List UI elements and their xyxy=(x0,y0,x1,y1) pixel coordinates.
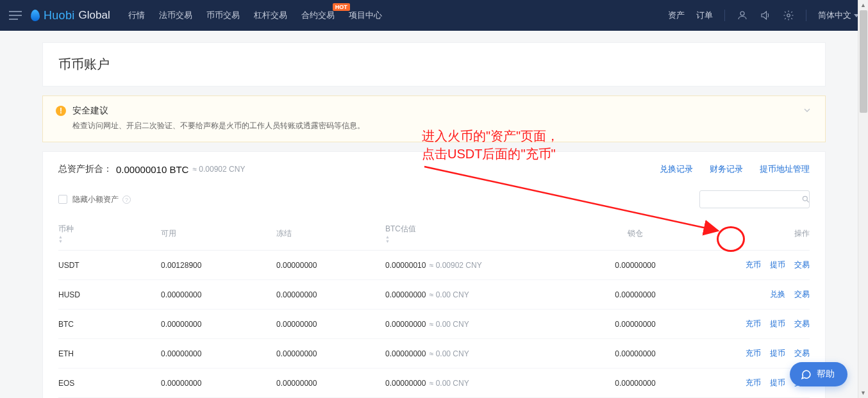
col-frozen: 冻结 xyxy=(276,228,385,239)
panel-link[interactable]: 财务记录 xyxy=(710,163,743,175)
op-link[interactable]: 提币 xyxy=(770,260,785,270)
cell-frozen: 0.00000000 xyxy=(276,320,385,329)
total-cny: ≈ 0.00902 CNY xyxy=(192,165,245,174)
nav-orders[interactable]: 订单 xyxy=(696,10,713,21)
help-button[interactable]: 帮助 xyxy=(790,362,847,386)
nav-item[interactable]: 合约交易HOT xyxy=(301,10,335,21)
security-banner: ! 安全建议 检查访问网址、开启二次验证、不要给声称是火币的工作人员转账或透露密… xyxy=(42,95,826,142)
scroll-down-icon[interactable]: ▼ xyxy=(858,388,868,398)
warning-icon: ! xyxy=(56,106,66,116)
nav-item[interactable]: 项目中心 xyxy=(349,10,382,21)
op-link[interactable]: 提币 xyxy=(770,348,785,359)
op-link[interactable]: 充币 xyxy=(746,260,761,270)
col-lock: 锁仓 xyxy=(578,228,693,239)
table-header: 币种▲▼ 可用 冻结 BTC估值▲▼ 锁仓 操作 xyxy=(58,217,810,251)
cell-available: 0.00000000 xyxy=(161,379,276,388)
cell-lock: 0.00000000 xyxy=(578,379,693,388)
op-link[interactable]: 充币 xyxy=(746,319,761,329)
search-icon[interactable] xyxy=(801,195,810,204)
user-icon[interactable] xyxy=(737,10,748,21)
cell-btc-value: 0.00000010 ≈ 0.00902 CNY xyxy=(385,261,578,270)
search-box[interactable] xyxy=(699,190,810,208)
sort-icon: ▲▼ xyxy=(58,235,161,244)
op-link[interactable]: 交易 xyxy=(794,260,810,270)
cell-btc-value: 0.00000000 ≈ 0.00 CNY xyxy=(385,349,578,358)
cell-frozen: 0.00000000 xyxy=(276,349,385,358)
cell-available: 0.00000000 xyxy=(161,320,276,329)
col-coin[interactable]: 币种▲▼ xyxy=(58,224,161,244)
table-row: EOS0.000000000.000000000.00000000 ≈ 0.00… xyxy=(58,369,810,398)
logo[interactable]: Huobi Global xyxy=(31,9,110,22)
op-link[interactable]: 提币 xyxy=(770,319,785,329)
warning-title: 安全建议 xyxy=(72,105,365,117)
svg-point-2 xyxy=(803,196,807,201)
nav-item[interactable]: 杠杆交易 xyxy=(254,10,287,21)
cell-coin: HUSD xyxy=(58,290,161,299)
brand-secondary: Global xyxy=(79,9,110,22)
hot-badge: HOT xyxy=(333,3,350,11)
scrollbar[interactable]: ▲ ▼ xyxy=(858,0,868,398)
language-selector[interactable]: 简体中文 xyxy=(818,10,859,21)
cell-frozen: 0.00000000 xyxy=(276,261,385,270)
total-btc: 0.00000010 BTC xyxy=(116,164,188,175)
svg-line-3 xyxy=(807,201,809,203)
col-btc-value[interactable]: BTC估值▲▼ xyxy=(385,224,578,244)
nav-item[interactable]: 法币交易 xyxy=(159,10,192,21)
cell-operations: 充币提币交易 xyxy=(693,348,810,359)
gear-icon[interactable] xyxy=(783,10,794,21)
cell-coin: USDT xyxy=(58,261,161,270)
cell-coin: EOS xyxy=(58,379,161,388)
scroll-thumb[interactable] xyxy=(860,10,867,113)
cell-lock: 0.00000000 xyxy=(578,261,693,270)
cell-operations: 充币提币交易 xyxy=(693,260,810,270)
search-input[interactable] xyxy=(705,195,801,204)
nav-assets[interactable]: 资产 xyxy=(668,10,685,21)
cell-coin: BTC xyxy=(58,320,161,329)
op-link[interactable]: 提币 xyxy=(770,377,785,388)
panel-link[interactable]: 兑换记录 xyxy=(660,163,693,175)
hide-small-checkbox[interactable] xyxy=(58,195,67,204)
cell-btc-value: 0.00000000 ≈ 0.00 CNY xyxy=(385,320,578,329)
main-nav: 行情法币交易币币交易杠杆交易合约交易HOT项目中心 xyxy=(128,10,382,21)
cell-lock: 0.00000000 xyxy=(578,290,693,299)
cell-btc-value: 0.00000000 ≈ 0.00 CNY xyxy=(385,290,578,299)
sound-icon[interactable] xyxy=(760,10,771,21)
cell-frozen: 0.00000000 xyxy=(276,290,385,299)
right-nav: 资产 订单 简体中文 xyxy=(668,10,859,21)
op-link[interactable]: 充币 xyxy=(746,348,761,359)
col-available: 可用 xyxy=(161,228,276,239)
cell-available: 0.00000000 xyxy=(161,290,276,299)
op-link[interactable]: 交易 xyxy=(794,319,810,329)
nav-item[interactable]: 行情 xyxy=(128,10,145,21)
op-link[interactable]: 兑换 xyxy=(770,289,785,300)
info-icon[interactable]: ? xyxy=(122,195,131,204)
cell-available: 0.00000000 xyxy=(161,349,276,358)
warning-desc: 检查访问网址、开启二次验证、不要给声称是火币的工作人员转账或透露密码等信息。 xyxy=(72,120,365,131)
help-label: 帮助 xyxy=(817,369,835,380)
svg-point-1 xyxy=(787,14,790,17)
menu-icon[interactable] xyxy=(9,11,22,20)
table-row: USDT0.001289000.000000000.00000010 ≈ 0.0… xyxy=(58,251,810,280)
scroll-up-icon[interactable]: ▲ xyxy=(858,0,868,10)
op-link[interactable]: 充币 xyxy=(746,377,761,388)
cell-lock: 0.00000000 xyxy=(578,349,693,358)
nav-item[interactable]: 币币交易 xyxy=(206,10,240,21)
cell-lock: 0.00000000 xyxy=(578,320,693,329)
table-row: ETH0.000000000.000000000.00000000 ≈ 0.00… xyxy=(58,339,810,369)
panel-link[interactable]: 提币地址管理 xyxy=(760,163,810,175)
cell-operations: 充币提币交易 xyxy=(693,319,810,329)
op-link[interactable]: 交易 xyxy=(794,289,810,300)
total-label: 总资产折合： xyxy=(58,163,112,175)
hide-small-label: 隐藏小额资产 xyxy=(72,194,119,205)
cell-frozen: 0.00000000 xyxy=(276,379,385,388)
brand-primary: Huobi xyxy=(44,9,75,22)
top-nav-bar: Huobi Global 行情法币交易币币交易杠杆交易合约交易HOT项目中心 资… xyxy=(0,0,868,31)
flame-icon xyxy=(31,10,40,22)
cell-btc-value: 0.00000000 ≈ 0.00 CNY xyxy=(385,379,578,388)
collapse-icon[interactable] xyxy=(802,105,812,118)
svg-point-0 xyxy=(740,12,744,15)
op-link[interactable]: 交易 xyxy=(794,348,810,359)
page-title: 币币账户 xyxy=(42,42,826,87)
divider xyxy=(806,10,806,21)
sort-icon: ▲▼ xyxy=(385,235,578,244)
